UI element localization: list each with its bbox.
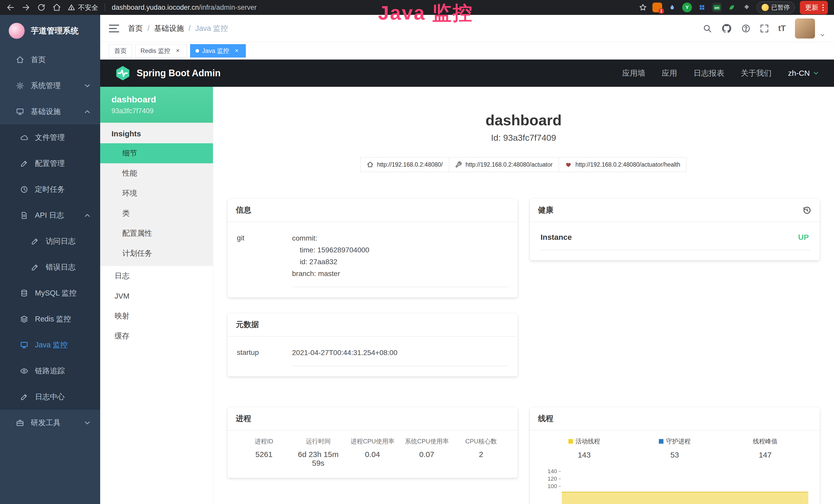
breadcrumb-separator: / xyxy=(148,24,150,32)
help-icon[interactable] xyxy=(741,24,750,33)
ext-icon-puzzle[interactable] xyxy=(742,3,751,12)
cloud-icon xyxy=(20,134,28,142)
sba-nav-journal[interactable]: 日志报表 xyxy=(694,68,724,78)
ext-icon-drop[interactable] xyxy=(667,3,677,12)
sidebar-item-system[interactable]: 系统管理 xyxy=(0,73,100,98)
instance-menu-mappings[interactable]: 映射 xyxy=(100,306,213,326)
close-icon[interactable]: × xyxy=(174,47,182,55)
instance-menu-metrics[interactable]: 性能 xyxy=(100,163,213,183)
sidebar-item-api-log[interactable]: API 日志 xyxy=(0,202,100,228)
sidebar-item-mysql[interactable]: MySQL 监控 xyxy=(0,280,100,306)
sba-brand[interactable]: Spring Boot Admin xyxy=(137,68,221,78)
sidebar-item-job[interactable]: 定时任务 xyxy=(0,176,100,202)
sidebar-item-config[interactable]: 配置管理 xyxy=(0,151,100,176)
sidebar-item-label: 配置管理 xyxy=(35,158,65,169)
search-icon[interactable] xyxy=(703,24,712,33)
sidebar-item-dev-tools[interactable]: 研发工具 xyxy=(0,410,100,436)
service-url: http://192.168.0.2:48080/ xyxy=(377,161,443,168)
security-badge[interactable]: 不安全 xyxy=(68,3,98,12)
sidebar-item-access-log[interactable]: 访问日志 xyxy=(0,228,100,254)
instance-menu-env[interactable]: 环境 xyxy=(100,183,213,203)
sba-nav-about[interactable]: 关于我们 xyxy=(741,68,772,78)
user-avatar[interactable] xyxy=(795,19,815,39)
ext-icon-green[interactable]: Y xyxy=(682,3,692,12)
info-card: 信息 git commit: time: 1596289704000 id: 2… xyxy=(227,199,518,297)
sidebar-item-label: 首页 xyxy=(31,55,46,65)
service-url-button[interactable]: http://192.168.0.2:48080/ xyxy=(360,157,449,172)
update-button[interactable]: 更新 xyxy=(800,1,828,15)
instance-menu-configprops[interactable]: 配置属性 xyxy=(100,223,213,244)
ext-icon-on[interactable]: on xyxy=(712,3,722,12)
profile-paused-chip[interactable]: 已暂停 xyxy=(757,2,795,13)
forward-icon[interactable] xyxy=(22,3,30,12)
instance-menu-jvm[interactable]: JVM xyxy=(100,286,213,306)
reload-icon[interactable] xyxy=(37,3,46,12)
instance-name: dashboard xyxy=(111,94,213,105)
browser-home-icon[interactable] xyxy=(52,3,61,12)
instance-menu-details[interactable]: 细节 xyxy=(100,143,213,163)
github-icon[interactable] xyxy=(721,23,732,34)
instance-header: dashboard 93a3fc7f7409 xyxy=(100,87,213,123)
actuator-url: http://192.168.0.2:48080/actuator xyxy=(465,161,552,168)
sidebar-item-log-center[interactable]: 日志中心 xyxy=(0,384,100,410)
instance-links: http://192.168.0.2:48080/ http://192.168… xyxy=(227,157,820,172)
sba-logo-icon[interactable] xyxy=(114,65,131,82)
breadcrumb-infrastructure[interactable]: 基础设施 xyxy=(154,23,184,33)
sidebar-item-infrastructure[interactable]: 基础设施 xyxy=(0,98,100,124)
navbar-actions: tT xyxy=(703,19,825,39)
ext-icon-leaf[interactable] xyxy=(727,3,737,12)
ext-icon-1[interactable]: 1 xyxy=(652,3,662,12)
instance-menu-scheduled-tasks[interactable]: 计划任务 xyxy=(100,244,213,264)
edit-icon xyxy=(20,159,28,168)
font-size-icon[interactable]: tT xyxy=(778,24,786,33)
instance-menu-caches[interactable]: 缓存 xyxy=(100,326,213,346)
security-label: 不安全 xyxy=(78,3,98,12)
locale-selector[interactable]: zh-CN xyxy=(788,69,820,77)
sba-nav-applications[interactable]: 应用 xyxy=(662,68,677,78)
metadata-card: 元数据 startup 2021-04-27T00:44:31.254+08:0… xyxy=(227,313,518,376)
stat-value: 0.07 xyxy=(400,450,454,459)
gear-icon xyxy=(16,82,24,90)
sidebar-item-tracing[interactable]: 链路追踪 xyxy=(0,358,100,384)
metadata-value: 2021-04-27T00:44:31.254+08:00 xyxy=(292,347,508,366)
avatar-smiley-icon xyxy=(762,4,769,11)
stat-system-cpu: 系统CPU使用率 0.07 xyxy=(400,437,454,467)
legend-swatch-blue xyxy=(659,439,663,444)
ext-icon-grid[interactable] xyxy=(697,3,707,12)
sidebar-item-java-monitor[interactable]: Java 监控 xyxy=(0,332,100,358)
tab-home[interactable]: 首页 xyxy=(109,44,132,58)
home-icon xyxy=(16,56,24,64)
fullscreen-icon[interactable] xyxy=(760,24,769,33)
breadcrumb-home[interactable]: 首页 xyxy=(128,23,143,33)
instance-id: 93a3fc7f7409 xyxy=(111,107,213,115)
tab-java-monitor[interactable]: Java 监控 × xyxy=(190,44,246,58)
bookmark-star-icon[interactable] xyxy=(639,3,647,12)
app-logo[interactable]: 芋道管理系统 xyxy=(0,15,100,47)
hamburger-icon[interactable] xyxy=(109,25,119,32)
sidebar-item-home[interactable]: 首页 xyxy=(0,47,100,73)
legend-swatch-yellow xyxy=(568,439,573,444)
actuator-url-button[interactable]: http://192.168.0.2:48080/actuator xyxy=(449,157,559,172)
sidebar-item-error-log[interactable]: 错误日志 xyxy=(0,254,100,280)
address-bar[interactable]: dashboard.yudao.iocoder.cn/infra/admin-s… xyxy=(112,4,257,12)
close-icon[interactable]: × xyxy=(233,47,240,55)
back-icon[interactable] xyxy=(6,3,15,12)
app-title: 芋道管理系统 xyxy=(31,25,79,36)
health-url-button[interactable]: http://192.168.0.2:48080/actuator/health xyxy=(559,157,686,172)
sba-nav-wallboard[interactable]: 应用墙 xyxy=(622,68,645,78)
instance-menu-logs[interactable]: 日志 xyxy=(100,266,213,286)
stat-value: 6d 23h 15m 59s xyxy=(291,450,345,467)
sidebar-item-redis[interactable]: Redis 监控 xyxy=(0,306,100,332)
sidebar-item-label: 文件管理 xyxy=(35,133,65,143)
sidebar-item-file[interactable]: 文件管理 xyxy=(0,124,100,151)
breadcrumb: 首页 / 基础设施 / Java 监控 xyxy=(128,23,228,33)
history-icon[interactable] xyxy=(803,206,811,215)
puzzle-icon xyxy=(743,4,750,11)
briefcase-icon xyxy=(16,419,24,427)
tab-redis-monitor[interactable]: Redis 监控 × xyxy=(135,44,187,58)
stat-label: CPU核心数 xyxy=(454,437,508,445)
status-badge: UP xyxy=(798,233,809,242)
insights-label: Insights xyxy=(100,123,213,143)
legend-label: 活动线程 xyxy=(576,437,600,445)
instance-menu-classes[interactable]: 类 xyxy=(100,203,213,223)
